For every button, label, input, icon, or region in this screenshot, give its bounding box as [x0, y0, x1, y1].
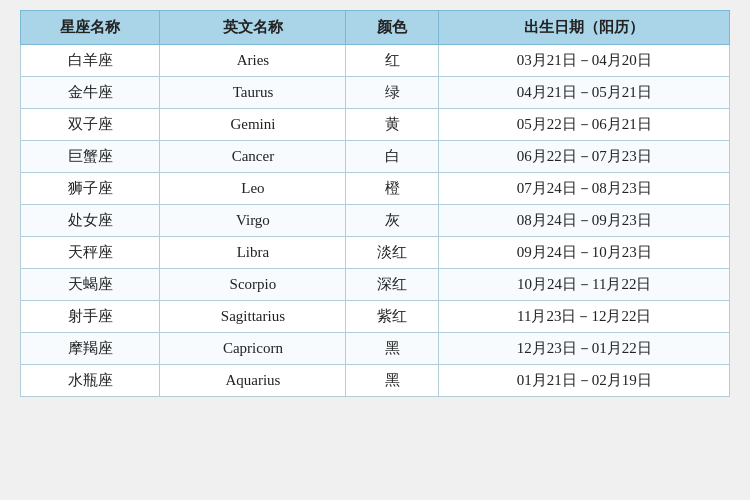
- table-row: 射手座Sagittarius紫红11月23日－12月22日: [21, 301, 730, 333]
- cell-zodiac-en: Sagittarius: [160, 301, 346, 333]
- cell-zodiac-en: Aquarius: [160, 365, 346, 397]
- header-color: 颜色: [346, 11, 439, 45]
- cell-zodiac-en: Capricorn: [160, 333, 346, 365]
- cell-zodiac-date: 05月22日－06月21日: [439, 109, 730, 141]
- cell-zodiac-date: 12月23日－01月22日: [439, 333, 730, 365]
- cell-zodiac-name: 天秤座: [21, 237, 160, 269]
- cell-zodiac-date: 09月24日－10月23日: [439, 237, 730, 269]
- zodiac-table: 星座名称 英文名称 颜色 出生日期（阳历） 白羊座Aries红03月21日－04…: [20, 10, 730, 397]
- cell-zodiac-name: 水瓶座: [21, 365, 160, 397]
- cell-zodiac-en: Virgo: [160, 205, 346, 237]
- cell-zodiac-en: Leo: [160, 173, 346, 205]
- table-row: 巨蟹座Cancer白06月22日－07月23日: [21, 141, 730, 173]
- cell-zodiac-color: 黑: [346, 333, 439, 365]
- cell-zodiac-color: 红: [346, 45, 439, 77]
- cell-zodiac-color: 灰: [346, 205, 439, 237]
- table-row: 双子座Gemini黄05月22日－06月21日: [21, 109, 730, 141]
- cell-zodiac-date: 04月21日－05月21日: [439, 77, 730, 109]
- cell-zodiac-name: 双子座: [21, 109, 160, 141]
- header-name: 星座名称: [21, 11, 160, 45]
- cell-zodiac-date: 06月22日－07月23日: [439, 141, 730, 173]
- cell-zodiac-en: Aries: [160, 45, 346, 77]
- cell-zodiac-en: Gemini: [160, 109, 346, 141]
- cell-zodiac-date: 03月21日－04月20日: [439, 45, 730, 77]
- table-row: 摩羯座Capricorn黑12月23日－01月22日: [21, 333, 730, 365]
- table-wrapper: 星座名称 英文名称 颜色 出生日期（阳历） 白羊座Aries红03月21日－04…: [20, 10, 730, 397]
- cell-zodiac-color: 白: [346, 141, 439, 173]
- cell-zodiac-color: 淡红: [346, 237, 439, 269]
- cell-zodiac-name: 天蝎座: [21, 269, 160, 301]
- cell-zodiac-name: 狮子座: [21, 173, 160, 205]
- cell-zodiac-name: 白羊座: [21, 45, 160, 77]
- header-en: 英文名称: [160, 11, 346, 45]
- table-row: 天秤座Libra淡红09月24日－10月23日: [21, 237, 730, 269]
- cell-zodiac-color: 橙: [346, 173, 439, 205]
- cell-zodiac-name: 射手座: [21, 301, 160, 333]
- cell-zodiac-en: Libra: [160, 237, 346, 269]
- table-row: 狮子座Leo橙07月24日－08月23日: [21, 173, 730, 205]
- cell-zodiac-en: Cancer: [160, 141, 346, 173]
- cell-zodiac-date: 01月21日－02月19日: [439, 365, 730, 397]
- cell-zodiac-name: 巨蟹座: [21, 141, 160, 173]
- cell-zodiac-color: 深红: [346, 269, 439, 301]
- cell-zodiac-en: Scorpio: [160, 269, 346, 301]
- cell-zodiac-color: 黑: [346, 365, 439, 397]
- cell-zodiac-date: 10月24日－11月22日: [439, 269, 730, 301]
- cell-zodiac-color: 绿: [346, 77, 439, 109]
- table-row: 天蝎座Scorpio深红10月24日－11月22日: [21, 269, 730, 301]
- cell-zodiac-color: 紫红: [346, 301, 439, 333]
- cell-zodiac-name: 处女座: [21, 205, 160, 237]
- cell-zodiac-date: 07月24日－08月23日: [439, 173, 730, 205]
- table-row: 水瓶座Aquarius黑01月21日－02月19日: [21, 365, 730, 397]
- cell-zodiac-name: 摩羯座: [21, 333, 160, 365]
- cell-zodiac-date: 11月23日－12月22日: [439, 301, 730, 333]
- cell-zodiac-date: 08月24日－09月23日: [439, 205, 730, 237]
- table-row: 金牛座Taurus绿04月21日－05月21日: [21, 77, 730, 109]
- table-row: 白羊座Aries红03月21日－04月20日: [21, 45, 730, 77]
- cell-zodiac-name: 金牛座: [21, 77, 160, 109]
- cell-zodiac-color: 黄: [346, 109, 439, 141]
- table-row: 处女座Virgo灰08月24日－09月23日: [21, 205, 730, 237]
- cell-zodiac-en: Taurus: [160, 77, 346, 109]
- header-date: 出生日期（阳历）: [439, 11, 730, 45]
- table-header-row: 星座名称 英文名称 颜色 出生日期（阳历）: [21, 11, 730, 45]
